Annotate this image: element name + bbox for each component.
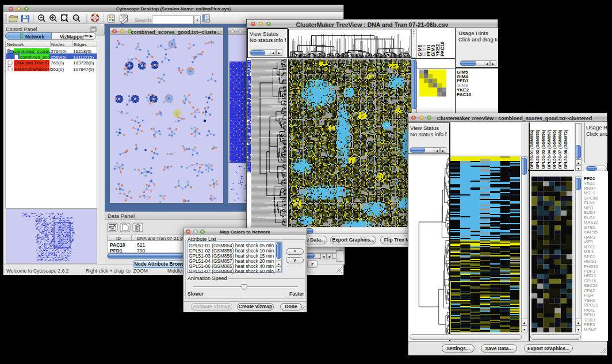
svg-text:GPL51-06 (GSM865): GPL51-06 (GSM865) (552, 129, 557, 169)
svg-text:PAC10: PAC10 (440, 41, 445, 56)
svg-text:GPL51-03 (GSM856): GPL51-03 (GSM856) (541, 129, 546, 169)
svg-text:GPL51-04 (GSM857): GPL51-04 (GSM857) (546, 129, 552, 169)
svg-text:GPL51-02 (GSM855): GPL51-02 (GSM855) (535, 129, 540, 169)
svg-text:GPL51-08 (GSM872): GPL51-08 (GSM872) (563, 129, 568, 169)
svg-text:1:1: 1:1 (74, 17, 78, 20)
svg-text:GPL51-07 (GSM868): GPL51-07 (GSM868) (557, 129, 563, 169)
svg-text:GPL51-01 (GSM854): GPL51-01 (GSM854) (529, 129, 534, 169)
